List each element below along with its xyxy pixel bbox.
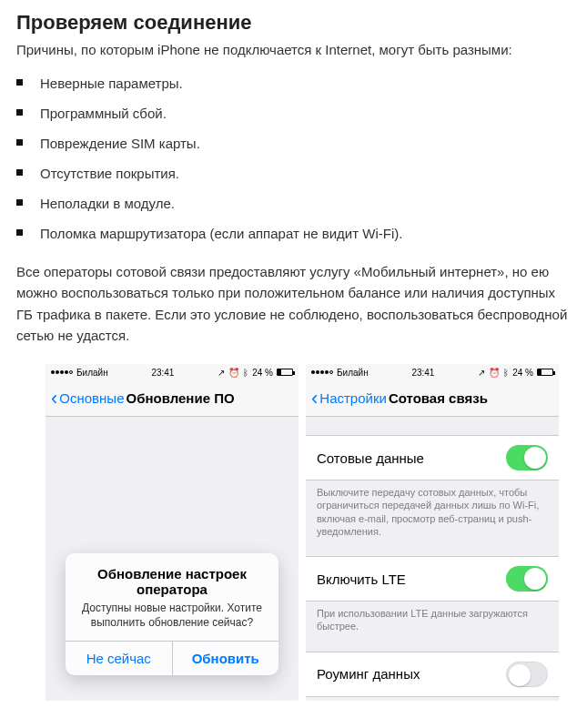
battery-percent: 24 % — [252, 368, 273, 378]
cell-label: Сотовые данные — [317, 450, 424, 466]
alert-ok-button[interactable]: Обновить — [172, 642, 279, 675]
bluetooth-icon: ᛒ — [503, 368, 509, 378]
screenshot-left: Билайн 23:41 ↗ ⏰ ᛒ 24 % ‹ Основные Обнов… — [46, 364, 299, 701]
alert-title: Обновление настроек оператора — [66, 553, 278, 599]
back-label: Настройки — [319, 390, 387, 406]
carrier-label: Билайн — [337, 368, 369, 378]
location-icon: ↗ — [218, 368, 225, 378]
nav-title: Обновление ПО — [127, 390, 235, 406]
carrier-label: Билайн — [76, 368, 108, 378]
list-item: Отсутствие покрытия. — [16, 164, 571, 183]
cell-cellular-data[interactable]: Сотовые данные — [306, 435, 559, 480]
list-item: Неверные параметры. — [16, 74, 571, 93]
screenshot-right: Билайн 23:41 ↗ ⏰ ᛒ 24 % ‹ Настройки Сото… — [306, 364, 559, 701]
toggle-lte[interactable] — [506, 566, 548, 592]
status-bar: Билайн 23:41 ↗ ⏰ ᛒ 24 % — [46, 364, 299, 380]
toggle-cellular[interactable] — [506, 445, 548, 470]
back-label: Основные — [59, 390, 124, 406]
alert-cancel-button[interactable]: Не сейчас — [66, 642, 172, 675]
body-paragraph: Все операторы сотовой связи предоставляю… — [16, 261, 571, 346]
clock: 23:41 — [151, 368, 174, 378]
chevron-left-icon: ‹ — [311, 389, 318, 409]
clock: 23:41 — [411, 368, 434, 378]
alarm-icon: ⏰ — [489, 368, 500, 378]
cell-footer: Выключите роуминг данных, находясь за гр… — [306, 697, 559, 701]
back-button[interactable]: ‹ Основные — [51, 389, 125, 409]
list-item: Неполадки в модуле. — [16, 194, 571, 213]
back-button[interactable]: ‹ Настройки — [311, 389, 387, 409]
signal-icon — [51, 370, 73, 374]
list-item: Поломка маршрутизатора (если аппарат не … — [16, 224, 571, 243]
battery-icon — [537, 369, 553, 376]
bluetooth-icon: ᛒ — [243, 368, 248, 378]
battery-icon — [277, 369, 293, 376]
battery-percent: 24 % — [512, 368, 533, 378]
cell-lte[interactable]: Включить LTE — [306, 556, 559, 602]
cell-label: Включить LTE — [317, 571, 406, 587]
cell-footer: Выключите передачу сотовых данных, чтобы… — [306, 480, 559, 538]
alert-dialog: Обновление настроек оператора Доступны н… — [66, 553, 278, 675]
intro-text: Причины, по которым iPhone не подключает… — [16, 42, 571, 57]
list-item: Повреждение SIM карты. — [16, 134, 571, 153]
alarm-icon: ⏰ — [228, 368, 239, 378]
chevron-left-icon: ‹ — [51, 389, 57, 409]
toggle-roaming[interactable] — [506, 662, 548, 687]
location-icon: ↗ — [478, 368, 485, 378]
causes-list: Неверные параметры. Программный сбой. По… — [16, 74, 571, 243]
screenshots-row: Билайн 23:41 ↗ ⏰ ᛒ 24 % ‹ Основные Обнов… — [16, 364, 571, 701]
page-heading: Проверяем соединение — [16, 11, 571, 35]
cell-label: Роуминг данных — [317, 666, 420, 682]
list-item: Программный сбой. — [16, 104, 571, 123]
nav-bar: ‹ Основные Обновление ПО — [46, 380, 299, 417]
cell-footer: При использовании LTE данные загружаются… — [306, 602, 559, 633]
signal-icon — [311, 370, 333, 374]
nav-title: Сотовая связь — [389, 390, 488, 406]
status-bar: Билайн 23:41 ↗ ⏰ ᛒ 24 % — [306, 364, 559, 380]
nav-bar: ‹ Настройки Сотовая связь — [306, 380, 559, 417]
alert-message: Доступны новые настройки. Хотите выполни… — [66, 599, 278, 641]
cell-roaming[interactable]: Роуминг данных — [306, 652, 559, 697]
